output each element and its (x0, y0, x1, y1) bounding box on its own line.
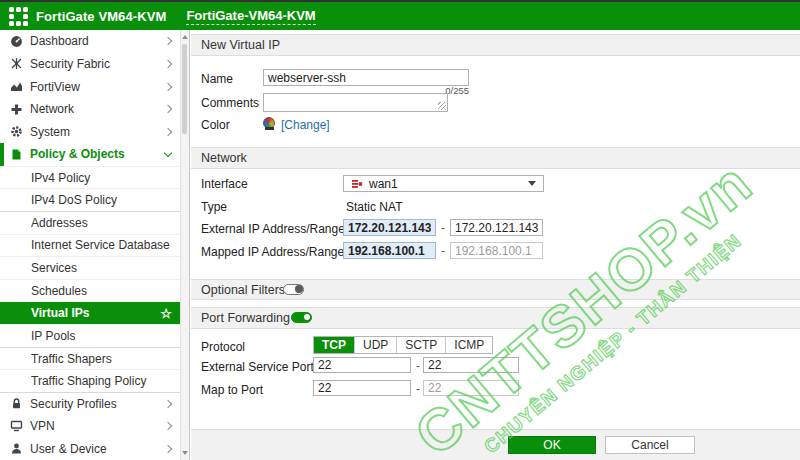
chevron-right-icon (164, 422, 172, 430)
chevron-right-icon (164, 400, 172, 408)
optional-filters-toggle[interactable] (283, 284, 304, 295)
sidebar-item-dashboard[interactable]: Dashboard (0, 30, 181, 53)
comments-textarea[interactable] (263, 93, 448, 112)
sidebar-item-schedules[interactable]: Schedules (0, 279, 181, 302)
network-plus-icon (10, 103, 30, 116)
chevron-down-icon (164, 149, 172, 157)
mapped-ip-from-input[interactable] (343, 242, 436, 259)
monitor-icon (10, 419, 30, 432)
sidebar-item-ip-pools[interactable]: IP Pools (0, 324, 181, 347)
external-ip-label: External IP Address/Range (201, 222, 345, 236)
port-forwarding-label: Port Forwarding (201, 311, 290, 325)
action-bar: OK Cancel (191, 429, 800, 460)
scrollbar-thumb[interactable] (182, 44, 187, 134)
main-content: New Virtual IP Name 0/255 Comments Color… (191, 30, 800, 460)
protocol-option-tcp[interactable]: TCP (314, 337, 355, 353)
interface-select[interactable]: wan1 (343, 175, 544, 192)
ok-button[interactable]: OK (508, 436, 596, 454)
mapped-ip-to-input[interactable] (450, 242, 543, 259)
color-wheel-icon[interactable] (263, 117, 275, 129)
type-value: Static NAT (346, 200, 402, 214)
sidebar-item-security-profiles[interactable]: Security Profiles (0, 392, 181, 415)
sidebar-scrollbar[interactable] (180, 30, 189, 460)
policy-doc-icon (10, 148, 30, 161)
protocol-label: Protocol (201, 340, 245, 354)
sidebar-item-system[interactable]: System (0, 121, 181, 144)
favorite-star-icon[interactable]: ☆ (160, 306, 172, 321)
name-label: Name (201, 72, 233, 86)
page-title: New Virtual IP (191, 34, 800, 56)
hostname-tab[interactable]: FortiGate-VM64-KVM (186, 8, 315, 25)
sidebar-item-traffic-shapers[interactable]: Traffic Shapers (0, 347, 181, 370)
sidebar-item-network[interactable]: Network (0, 98, 181, 121)
wan-interface-icon (351, 178, 363, 190)
top-bar: FortiGate VM64-KVM FortiGate-VM64-KVM (0, 0, 800, 30)
sidebar-item-vpn[interactable]: VPN (0, 415, 181, 438)
sidebar-nav: Dashboard Security Fabric FortiView Netw… (0, 30, 190, 460)
protocol-option-icmp[interactable]: ICMP (446, 337, 492, 353)
chevron-right-icon (164, 444, 172, 452)
resize-grip-icon[interactable] (438, 102, 446, 110)
protocol-option-sctp[interactable]: SCTP (397, 337, 446, 353)
protocol-option-udp[interactable]: UDP (355, 337, 397, 353)
chevron-right-icon (164, 82, 172, 90)
range-dash: - (416, 359, 420, 373)
name-input[interactable] (263, 69, 469, 86)
chevron-right-icon (164, 60, 172, 68)
type-label: Type (201, 200, 227, 214)
gauge-icon (10, 35, 30, 48)
app-title: FortiGate VM64-KVM (36, 9, 166, 24)
external-service-port-label: External Service Port (201, 360, 314, 374)
sidebar-item-traffic-shaping-policy[interactable]: Traffic Shaping Policy (0, 369, 181, 392)
sidebar-item-services[interactable]: Services (0, 256, 181, 279)
interface-value: wan1 (369, 177, 398, 191)
external-service-port-from-input[interactable] (313, 357, 411, 373)
external-service-port-to-input[interactable] (423, 357, 519, 373)
chart-icon (10, 80, 30, 93)
lock-icon (10, 397, 30, 410)
sidebar-item-internet-service-database[interactable]: Internet Service Database (0, 234, 181, 257)
port-forwarding-toggle[interactable] (291, 312, 312, 323)
fabric-icon (10, 57, 30, 70)
sidebar-item-ipv4-dos-policy[interactable]: IPv4 DoS Policy (0, 188, 181, 211)
sidebar-item-ipv4-policy[interactable]: IPv4 Policy (0, 166, 181, 189)
dropdown-caret-icon (528, 181, 536, 186)
comments-label: Comments (201, 96, 259, 110)
interface-label: Interface (201, 177, 248, 191)
sidebar-item-virtual-ips[interactable]: Virtual IPs ☆ (0, 302, 181, 325)
scroll-up-icon[interactable] (182, 35, 188, 39)
external-ip-to-input[interactable] (450, 219, 543, 236)
range-dash: - (441, 244, 445, 258)
color-label: Color (201, 118, 230, 132)
port-forwarding-bar: Port Forwarding (191, 307, 800, 329)
range-dash: - (441, 221, 445, 235)
protocol-segmented-control: TCP UDP SCTP ICMP (313, 336, 493, 354)
range-dash: - (416, 382, 420, 396)
fortinet-logo-icon (9, 7, 28, 26)
chevron-right-icon (164, 37, 172, 45)
optional-filters-label: Optional Filters (201, 283, 285, 297)
cancel-button[interactable]: Cancel (605, 436, 695, 454)
sidebar-item-user-device[interactable]: User & Device (0, 437, 181, 460)
mapped-ip-label: Mapped IP Address/Range (201, 245, 344, 259)
map-to-port-to-input[interactable] (423, 380, 519, 396)
scroll-down-icon[interactable] (182, 451, 188, 455)
chevron-right-icon (164, 105, 172, 113)
external-ip-from-input[interactable] (343, 219, 436, 236)
network-section-title: Network (191, 147, 800, 169)
map-to-port-from-input[interactable] (313, 380, 411, 396)
sidebar-item-addresses[interactable]: Addresses (0, 211, 181, 234)
gear-icon (10, 125, 30, 138)
sidebar-item-fortiview[interactable]: FortiView (0, 75, 181, 98)
sidebar-item-policy-objects[interactable]: Policy & Objects (0, 143, 181, 166)
sidebar-item-security-fabric[interactable]: Security Fabric (0, 53, 181, 76)
color-change-link[interactable]: [Change] (281, 118, 330, 132)
user-icon (10, 442, 30, 455)
chevron-right-icon (164, 128, 172, 136)
map-to-port-label: Map to Port (201, 383, 263, 397)
